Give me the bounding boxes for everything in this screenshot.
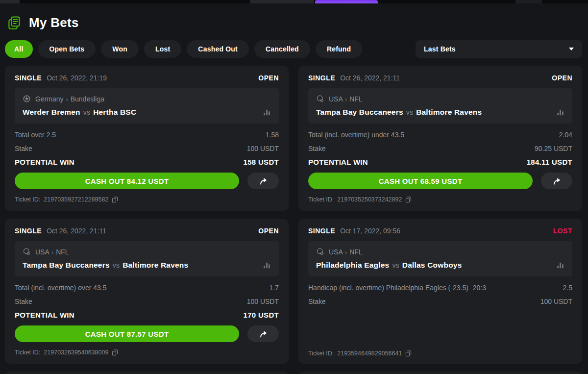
stats-icon[interactable] <box>263 261 271 269</box>
match-score: 20:3 <box>473 284 486 292</box>
my-bets-icon <box>7 16 22 30</box>
share-button[interactable] <box>541 173 572 189</box>
breadcrumb-separator-icon: › <box>66 96 68 103</box>
potential-win-value: 158 USDT <box>244 158 279 166</box>
bet-type-label: SINGLE <box>15 74 42 82</box>
filter-tab-open-bets[interactable]: Open Bets <box>38 40 96 58</box>
filter-row: All Open Bets Won Lost Cashed Out Cancel… <box>5 40 582 58</box>
potential-win-row: POTENTIAL WIN 184.11 USDT <box>308 158 572 166</box>
filter-tab-lost[interactable]: Lost <box>144 40 181 58</box>
league-breadcrumb: USA › NFL <box>316 248 564 256</box>
cashout-button[interactable]: CASH OUT 87.57 USDT <box>15 325 239 342</box>
vs-label: vs <box>406 108 413 116</box>
bet-status-badge: OPEN <box>552 74 572 82</box>
ticket-row: Ticket ID: 2197035250373242892 <box>308 196 572 203</box>
filter-tab-won[interactable]: Won <box>101 40 139 58</box>
event-panel[interactable]: Germany › Bundesliga Werder BremenvsHert… <box>15 88 279 124</box>
vs-label: vs <box>83 108 90 116</box>
bet-date: Oct 17, 2022, 09:56 <box>340 227 400 235</box>
market-row: Handicap (incl. overtime) Philadelphia E… <box>308 284 572 292</box>
chevron-down-icon <box>569 48 574 50</box>
match-title: Werder BremenvsHertha BSC <box>23 108 136 117</box>
event-panel[interactable]: USA › NFL Tampa Bay BuccaneersvsBaltimor… <box>15 241 279 276</box>
breadcrumb-separator-icon: › <box>345 249 347 256</box>
ticket-id-value: 2197032639540638009 <box>44 349 108 356</box>
cashout-button[interactable]: CASH OUT 84.12 USDT <box>15 173 239 189</box>
event-league: Bundesliga <box>71 95 104 103</box>
away-team: Dallas Cowboys <box>402 261 462 269</box>
page-title: My Bets <box>29 15 79 30</box>
stats-icon[interactable] <box>556 261 564 269</box>
bet-date: Oct 26, 2022, 21:11 <box>47 227 106 235</box>
home-team: Philadelphia Eagles <box>316 261 389 269</box>
ticket-id-label: Ticket ID: <box>308 350 334 357</box>
stake-value: 100 USDT <box>247 145 279 152</box>
stake-label: Stake <box>308 298 326 305</box>
bet-type-label: SINGLE <box>15 227 42 235</box>
away-team: Baltimore Ravens <box>416 108 482 116</box>
breadcrumb-separator-icon: › <box>345 96 347 103</box>
ticket-id-value: 2193594649829056641 <box>337 350 402 357</box>
nav-active-tab-indicator[interactable] <box>315 0 378 3</box>
match-row: Tampa Bay BuccaneersvsBaltimore Ravens <box>23 261 271 270</box>
bet-card-partial <box>5 372 289 374</box>
bet-card-header: SINGLE Oct 26, 2022, 21:11 OPEN <box>15 227 279 235</box>
share-arrow-icon <box>258 176 268 185</box>
bet-card-header: SINGLE Oct 26, 2022, 21:19 OPEN <box>15 74 279 82</box>
nav-tab-fragment[interactable] <box>250 0 314 3</box>
stake-value: 90.25 USDT <box>535 145 572 152</box>
copy-icon[interactable] <box>112 349 118 356</box>
bet-cards-grid: SINGLE Oct 26, 2022, 21:19 OPEN Germany <box>5 66 582 364</box>
bet-card: SINGLE Oct 26, 2022, 21:19 OPEN Germany <box>5 66 289 211</box>
bet-card-header: SINGLE Oct 17, 2022, 09:56 LOST <box>308 227 572 235</box>
home-team: Tampa Bay Buccaneers <box>23 261 110 269</box>
share-button[interactable] <box>247 325 279 342</box>
event-league: NFL <box>349 95 362 103</box>
match-row: Philadelphia EaglesvsDallas Cowboys <box>316 261 564 270</box>
page-header: My Bets <box>5 3 582 40</box>
top-navbar-sliver <box>0 0 588 3</box>
stats-icon[interactable] <box>263 108 271 116</box>
sort-dropdown[interactable]: Last Bets <box>416 40 582 58</box>
bet-card: SINGLE Oct 26, 2022, 21:11 OPEN USA › <box>298 66 582 211</box>
copy-icon[interactable] <box>112 196 118 203</box>
away-team: Baltimore Ravens <box>122 261 188 269</box>
event-panel[interactable]: USA › NFL Tampa Bay BuccaneersvsBaltimor… <box>308 88 572 124</box>
sort-dropdown-value: Last Bets <box>424 45 456 53</box>
odds-value: 2.5 <box>563 284 572 292</box>
copy-icon[interactable] <box>405 196 412 203</box>
bet-type-label: SINGLE <box>308 74 335 82</box>
bet-card: SINGLE Oct 17, 2022, 09:56 LOST USA › <box>298 219 582 364</box>
card-actions: CASH OUT 84.12 USDT <box>15 173 279 189</box>
league-breadcrumb: USA › NFL <box>316 95 564 103</box>
ticket-id-label: Ticket ID: <box>15 349 40 356</box>
event-panel[interactable]: USA › NFL Philadelphia EaglesvsDallas Co… <box>308 241 572 276</box>
event-country: Germany <box>35 95 64 103</box>
share-button[interactable] <box>247 173 279 189</box>
market-row: Total (incl. overtime) under 43.5 2.04 <box>308 131 572 139</box>
copy-icon[interactable] <box>405 350 412 357</box>
stats-icon[interactable] <box>556 108 564 116</box>
match-row: Werder BremenvsHertha BSC <box>23 108 271 117</box>
nav-fragment <box>515 0 542 3</box>
cashout-button[interactable]: CASH OUT 68.59 USDT <box>308 173 533 189</box>
odds-value: 2.04 <box>559 131 572 139</box>
filter-tab-refund[interactable]: Refund <box>316 40 362 58</box>
bet-card-header: SINGLE Oct 26, 2022, 21:11 OPEN <box>308 74 572 82</box>
filter-tab-all[interactable]: All <box>5 40 33 58</box>
league-text: USA › NFL <box>329 248 363 256</box>
stake-value: 100 USDT <box>247 298 279 305</box>
stake-row: Stake 100 USDT <box>15 145 279 152</box>
market-label: Handicap (incl. overtime) Philadelphia E… <box>308 284 486 292</box>
potential-win-value: 170 USDT <box>244 311 279 319</box>
market-row: Total (incl. overtime) over 43.5 1.7 <box>15 284 279 292</box>
ticket-id-label: Ticket ID: <box>15 196 40 203</box>
stake-row: Stake 100 USDT <box>308 298 572 305</box>
league-text: Germany › Bundesliga <box>35 95 104 103</box>
stake-row: Stake 90.25 USDT <box>308 145 572 152</box>
bet-status-badge: OPEN <box>258 74 279 82</box>
filter-tab-cancelled[interactable]: Cancelled <box>254 40 310 58</box>
filter-tab-cashed-out[interactable]: Cashed Out <box>187 40 249 58</box>
away-team: Hertha BSC <box>93 108 136 116</box>
bet-card-partial <box>298 372 582 374</box>
